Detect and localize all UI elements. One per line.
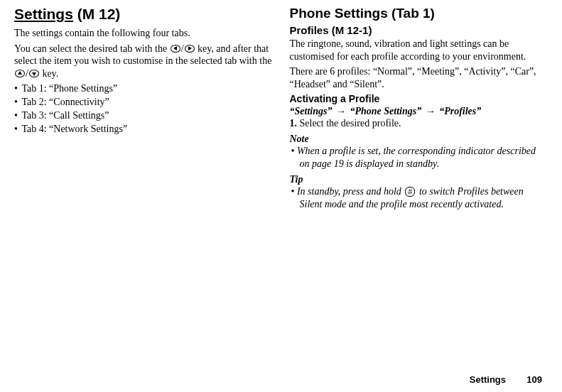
up-key-icon	[15, 70, 25, 77]
list-item: Tab 1: “Phone Settings”	[14, 82, 273, 96]
list-item: Tab 3: “Call Settings”	[14, 109, 273, 123]
tip-heading: Tip	[290, 174, 549, 185]
path-profiles: “Profiles”	[439, 106, 481, 116]
phone-settings-tab-ref: (Tab 1)	[391, 6, 435, 21]
settings-heading: Settings (M 12)	[14, 6, 273, 23]
step-text: Select the desired profile.	[300, 118, 401, 129]
page-footer: Settings 109	[470, 374, 542, 385]
path-settings: “Settings”	[290, 106, 333, 116]
hash-key-icon: #	[405, 187, 415, 197]
settings-heading-word: Settings	[14, 6, 73, 22]
note-body: When a profile is set, the corresponding…	[300, 145, 549, 170]
keytext-pre: You can select the desired tab with the	[14, 43, 170, 54]
left-key-icon	[171, 45, 180, 53]
activating-profile-heading: Activating a Profile	[290, 93, 549, 104]
settings-key-text: You can select the desired tab with the …	[14, 43, 273, 80]
footer-page-number: 109	[526, 374, 542, 385]
phone-settings-heading: Phone Settings (Tab 1)	[290, 6, 549, 21]
profiles-list: There are 6 profiles: “Normal”, “Meeting…	[290, 65, 549, 90]
profiles-heading: Profiles (M 12-1)	[290, 24, 549, 36]
settings-menu-code: (M 12)	[77, 6, 121, 22]
step-1: 1. Select the desired profile.	[290, 118, 549, 129]
down-key-icon	[29, 70, 39, 77]
profiles-heading-text: Profiles	[290, 24, 329, 36]
tip-pre: In standby, press and hold	[297, 186, 404, 197]
right-key-icon	[185, 45, 195, 53]
settings-intro: The settings contain the following four …	[14, 27, 273, 40]
profiles-intro: The ringtone, sound, vibration and light…	[290, 38, 549, 62]
profiles-menu-code: (M 12-1)	[332, 24, 372, 36]
list-item: Tab 2: “Connectivity”	[14, 96, 273, 109]
tip-body: In standby, press and hold # to switch P…	[300, 185, 549, 210]
phone-settings-heading-text: Phone Settings	[290, 6, 388, 21]
list-item: Tab 4: “Network Settings”	[14, 123, 273, 136]
keytext-post: key.	[40, 68, 58, 79]
arrow-icon: →	[426, 106, 436, 116]
path-phone-settings: “Phone Settings”	[350, 106, 421, 116]
step-number: 1.	[290, 118, 298, 129]
tab-list: Tab 1: “Phone Settings” Tab 2: “Connecti…	[14, 82, 273, 136]
arrow-icon: →	[336, 106, 346, 116]
footer-section: Settings	[470, 374, 506, 385]
nav-path: “Settings” → “Phone Settings” → “Profile…	[290, 106, 549, 117]
note-heading: Note	[290, 134, 549, 145]
